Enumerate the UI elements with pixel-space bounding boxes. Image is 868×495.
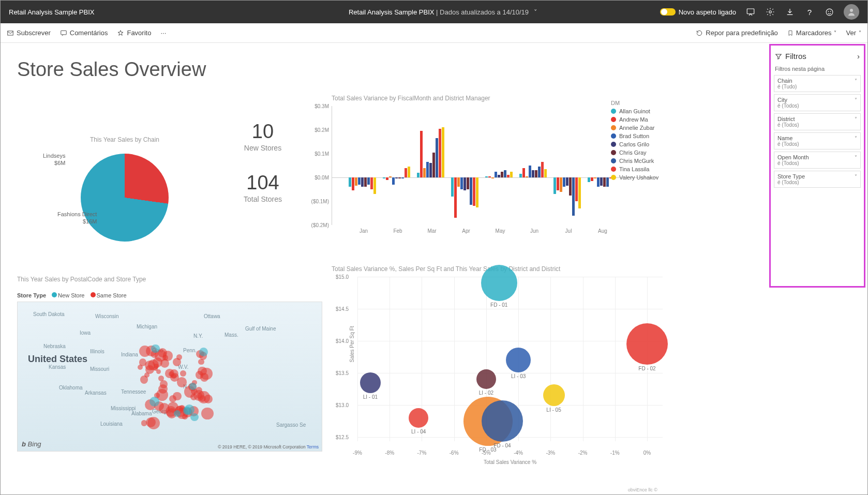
legend-item[interactable]: Andrew Ma [611, 116, 659, 123]
bubble[interactable] [409, 408, 428, 428]
bubble[interactable] [506, 348, 531, 372]
map-legend: Store Type New Store Same Store [17, 292, 327, 298]
svg-point-3 [828, 11, 829, 11]
toggle-label: Novo aspeto ligado [679, 8, 736, 16]
filter-icon [775, 53, 782, 60]
subscribe-button[interactable]: Subscrever [7, 29, 51, 37]
view-button[interactable]: Ver˅ [846, 29, 861, 37]
map-title: This Year Sales by PostalCode and Store … [17, 276, 327, 283]
map-visual[interactable]: This Year Sales by PostalCode and Store … [17, 276, 327, 452]
kpi-total-stores-label: Total Stores [244, 195, 282, 203]
filter-card[interactable]: Store Typeé (Todos)˅ [774, 171, 861, 188]
kpi-new-stores-value: 10 [244, 121, 282, 143]
breadcrumb: Retail Analysis Sample PBIX | Dados atua… [226, 8, 660, 16]
copyright: obviEnce llc © [628, 487, 657, 492]
bubble[interactable] [482, 400, 523, 442]
bubble[interactable] [543, 384, 565, 406]
scatter-plot: Sales Per Sq Ft Total Sales Variance % -… [357, 277, 663, 447]
avatar[interactable] [844, 4, 859, 20]
svg-rect-0 [747, 9, 754, 14]
legend-item[interactable]: Tina Lassila [611, 166, 659, 172]
chevron-down-icon: ˅ [855, 97, 857, 103]
pie-title: This Year Sales by Chain [32, 136, 218, 143]
scatter-xlabel: Total Sales Variance % [484, 459, 536, 465]
filter-card[interactable]: Nameé (Todos)˅ [774, 132, 861, 149]
chevron-down-icon: ˅ [834, 30, 836, 36]
report-canvas: Store Sales Overview This Year Sales by … [1, 43, 766, 494]
svg-point-2 [826, 9, 833, 16]
chevron-down-icon: ˅ [855, 136, 857, 141]
kpi-total-stores-value: 104 [244, 172, 282, 194]
bubble[interactable] [360, 372, 381, 393]
more-icon[interactable]: ··· [160, 29, 166, 37]
topbar-actions: Novo aspeto ligado ? [660, 4, 859, 20]
legend-item[interactable]: Annelie Zubar [611, 125, 659, 131]
bookmarks-button[interactable]: Marcadores˅ [787, 29, 837, 37]
chevron-down-icon: ˅ [855, 174, 857, 179]
reset-button[interactable]: Repor para predefinição [696, 29, 777, 37]
top-bar: Retail Analysis Sample PBIX Retail Analy… [1, 1, 867, 23]
legend-item[interactable]: Valery Ushakov [611, 174, 659, 181]
svg-point-1 [769, 11, 772, 13]
legend-title: DM [611, 100, 659, 106]
comments-button[interactable]: Comentários [60, 29, 108, 37]
filters-subtitle: Filtros nesta página [775, 66, 860, 72]
help-icon[interactable]: ? [804, 7, 815, 17]
legend-item[interactable]: Chris McGurk [611, 158, 659, 164]
pie-chart [81, 154, 169, 242]
filters-panel[interactable]: Filtros › Filtros nesta página Chainé (T… [769, 44, 865, 288]
chevron-down-icon: ˅ [859, 30, 861, 36]
map-country-label: United States [28, 354, 87, 365]
page-title: Store Sales Overview [17, 58, 753, 81]
filters-header: Filtros › [774, 50, 861, 63]
app-title: Retail Analysis Sample PBIX [9, 8, 226, 16]
kpi-new-stores-label: New Stores [244, 144, 282, 152]
bar-plot: $0.3M$0.2M$0.1M$0.0M($0.1M)($0.2M)JanFeb… [332, 106, 657, 225]
filter-card[interactable]: Chainé (Tudo)˅ [774, 75, 861, 92]
chevron-right-icon[interactable]: › [857, 52, 860, 61]
svg-point-5 [850, 9, 853, 12]
bar-legend: DM Allan GuinotAndrew MaAnnelie ZubarBra… [611, 100, 659, 183]
svg-point-4 [830, 11, 831, 11]
filter-card[interactable]: Cityé (Todos)˅ [774, 94, 861, 111]
legend-item[interactable]: Brad Sutton [611, 133, 659, 139]
legend-item[interactable]: Chris Gray [611, 149, 659, 156]
chevron-down-icon: ˅ [855, 78, 857, 84]
filters-title: Filtros [785, 52, 806, 61]
bing-logo: b Bing [22, 440, 41, 448]
scatter-visual[interactable]: Total Sales Variance %, Sales Per Sq Ft … [332, 265, 663, 467]
legend-item[interactable]: Allan Guinot [611, 108, 659, 114]
bar-title: Total Sales Variance by FiscalMonth and … [332, 95, 657, 102]
bubble[interactable] [626, 323, 668, 365]
filter-card[interactable]: Open Monthé (Todos)˅ [774, 152, 861, 169]
svg-rect-7 [61, 31, 67, 35]
map-attribution: © 2019 HERE, © 2019 Microsoft Corporatio… [218, 444, 319, 449]
chevron-down-icon: ˅ [855, 155, 857, 160]
pie-label-fd: Fashions Direct$16M [57, 211, 97, 226]
new-look-toggle[interactable]: Novo aspeto ligado [660, 8, 736, 16]
pie-visual[interactable]: This Year Sales by Chain Lindseys$6M Fas… [32, 121, 218, 242]
scatter-ylabel: Sales Per Sq Ft [349, 326, 355, 362]
filter-card[interactable]: Districté (Todos)˅ [774, 113, 861, 130]
updated-text: | Dados atualizados a 14/10/19 [434, 8, 529, 16]
legend-item[interactable]: Carlos Grilo [611, 141, 659, 147]
favorite-button[interactable]: Favorito [117, 29, 151, 37]
bar-visual[interactable]: Total Sales Variance by FiscalMonth and … [332, 95, 657, 239]
bubble[interactable] [476, 369, 496, 389]
chat-icon[interactable] [745, 7, 756, 17]
smile-icon[interactable] [824, 7, 834, 17]
download-icon[interactable] [785, 7, 795, 17]
chevron-down-icon[interactable]: ˅ [534, 8, 537, 16]
gear-icon[interactable] [765, 7, 775, 17]
kpi-cards: 10 New Stores 104 Total Stores [244, 121, 282, 223]
pie-label-lindseys: Lindseys$6M [43, 153, 65, 167]
chevron-down-icon: ˅ [855, 116, 857, 122]
action-bar: Subscrever Comentários Favorito ··· Repo… [1, 23, 867, 43]
bubble[interactable] [481, 265, 517, 301]
map: United States b Bing © 2019 HERE, © 2019… [17, 302, 322, 452]
map-terms-link[interactable]: Terms [307, 444, 319, 449]
report-name: Retail Analysis Sample PBIX [349, 8, 434, 16]
svg-rect-6 [8, 31, 13, 35]
